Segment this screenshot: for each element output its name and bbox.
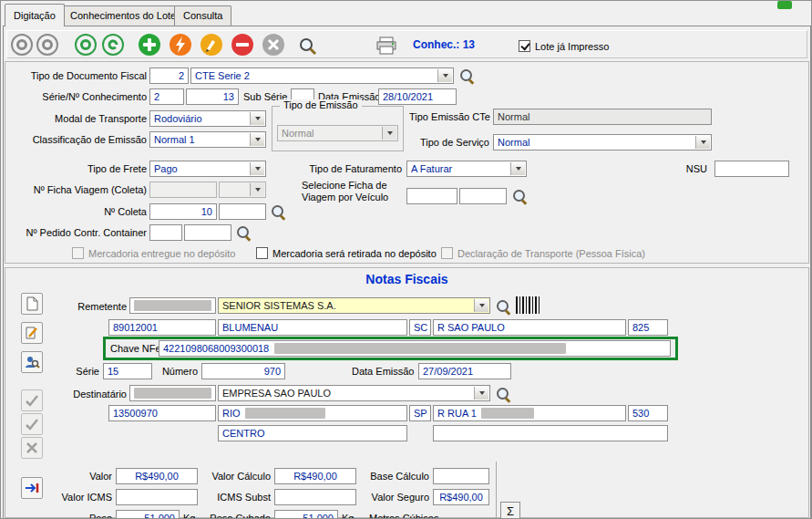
- tipo-emissao-combo: Normal: [277, 125, 398, 141]
- conhecimento-label: Série/Nº Conhecimento: [8, 89, 147, 104]
- nsu-label: NSU: [666, 161, 707, 176]
- destinatario-codigo-field[interactable]: [129, 385, 216, 401]
- tipo-documento-code-field[interactable]: 2: [149, 67, 189, 84]
- transfer-note-button[interactable]: [21, 477, 43, 499]
- tipo-frete-combo[interactable]: Pago: [149, 161, 266, 177]
- nav-refresh-icon[interactable]: [101, 33, 125, 57]
- confirm-all-button: [21, 413, 43, 435]
- valor-field[interactable]: R$490,00: [116, 468, 198, 484]
- tipo-emissao-cte-label: Tipo Emissão CTe: [409, 109, 489, 124]
- tab-digitacao[interactable]: Digitação: [5, 4, 65, 26]
- search-icon[interactable]: [459, 68, 475, 84]
- pedido-container-field-2[interactable]: [184, 224, 231, 241]
- conhecimento-numero-field[interactable]: 13: [186, 88, 239, 105]
- valor-icms-label: Valor ICMS: [54, 490, 112, 504]
- ficha-veiculo-field-2[interactable]: [459, 188, 507, 204]
- base-calculo-label: Base Cálculo: [369, 469, 429, 483]
- edit-button[interactable]: [200, 33, 223, 57]
- chevron-down-icon[interactable]: [250, 112, 264, 125]
- remetente-uf-field: SC: [409, 319, 431, 336]
- chevron-down-icon[interactable]: [510, 162, 525, 175]
- edit-note-button[interactable]: [21, 322, 43, 344]
- execute-button[interactable]: [169, 33, 192, 57]
- nav-next-icon[interactable]: [74, 33, 98, 57]
- nf-numero-field[interactable]: 970: [201, 363, 285, 379]
- valor-icms-field[interactable]: [116, 489, 198, 505]
- classificacao-value: Normal 1: [154, 134, 195, 145]
- search-icon[interactable]: [236, 225, 252, 241]
- remetente-combo[interactable]: SENIOR SISTEMAS S.A.: [218, 297, 490, 314]
- nf-serie-field[interactable]: 15: [103, 363, 152, 379]
- nf-data-label: Data Emissão: [352, 364, 414, 379]
- modal-combo[interactable]: Rodoviário: [149, 110, 266, 127]
- chevron-down-icon[interactable]: [437, 69, 452, 82]
- peso-cubado-unit-label: Kg: [342, 511, 354, 519]
- lote-impresso-checkbox[interactable]: [519, 40, 530, 52]
- taskbar-green-icon: [777, 1, 792, 9]
- cancel-note-button: [21, 437, 43, 459]
- new-note-button[interactable]: [21, 293, 43, 315]
- ficha-veiculo-label: Selecione Ficha de Viagem por Veículo: [302, 180, 400, 203]
- base-calculo-field[interactable]: [433, 468, 489, 484]
- chevron-down-icon[interactable]: [250, 133, 264, 146]
- remetente-numero-field: 825: [628, 319, 668, 336]
- nav-prior-icon[interactable]: [36, 33, 59, 57]
- peso-cubado-label: Peso Cubado: [207, 511, 271, 519]
- tipo-servico-value: Normal: [498, 137, 529, 148]
- search-person-button[interactable]: [21, 351, 43, 373]
- redacted-block: [134, 300, 211, 311]
- retirada-checkbox[interactable]: [256, 247, 268, 259]
- tipo-documento-combo[interactable]: CTE Serie 2: [190, 67, 454, 84]
- nsu-field[interactable]: [714, 161, 789, 177]
- search-icon[interactable]: [496, 299, 511, 315]
- cancel-button[interactable]: [262, 33, 285, 57]
- print-icon[interactable]: [375, 34, 398, 57]
- icms-subst-field[interactable]: [274, 489, 356, 505]
- destinatario-cidade-field: RIO: [218, 405, 407, 421]
- coleta-field[interactable]: 10: [149, 203, 217, 220]
- destinatario-combo[interactable]: EMPRESA SAO PAULO: [218, 385, 490, 401]
- entregue-checkbox: [72, 247, 84, 259]
- data-emissao-field[interactable]: 28/10/2021: [378, 88, 457, 105]
- search-icon[interactable]: [296, 35, 320, 58]
- tipo-emissao-cte-field: Normal: [493, 109, 712, 125]
- destinatario-cep-field: 13500970: [108, 405, 216, 421]
- remetente-codigo-field[interactable]: [129, 297, 216, 314]
- delete-button[interactable]: [231, 33, 254, 57]
- destinatario-endereco-field: R RUA 1: [433, 405, 626, 421]
- peso-cubado-field[interactable]: 51,000: [274, 510, 338, 519]
- nf-data-field[interactable]: 27/09/2021: [418, 363, 511, 379]
- pedido-container-field-1[interactable]: [149, 224, 182, 241]
- search-icon[interactable]: [512, 189, 528, 204]
- chevron-down-icon[interactable]: [695, 136, 710, 149]
- tipo-documento-value: CTE Serie 2: [195, 70, 250, 81]
- coleta-field-2[interactable]: [219, 203, 266, 220]
- chave-nfe-field[interactable]: 4221098068009300018: [159, 340, 671, 357]
- conhecimento-serie-field[interactable]: 2: [149, 88, 184, 105]
- ficha-veiculo-field-1[interactable]: [406, 188, 457, 204]
- nf-serie-label: Série: [56, 364, 99, 379]
- tab-conhecimentos-do-lote[interactable]: Conhecimentos do Lote: [61, 5, 185, 26]
- chevron-down-icon[interactable]: [474, 387, 488, 400]
- tipo-servico-label: Tipo de Serviço: [409, 135, 489, 150]
- tipo-faturamento-label: Tipo de Faturamento: [294, 161, 402, 176]
- tab-consulta[interactable]: Consulta: [174, 5, 231, 26]
- tipo-faturamento-value: A Faturar: [411, 163, 452, 174]
- peso-field[interactable]: 51,000: [116, 510, 180, 519]
- redacted-block: [134, 388, 211, 399]
- tipo-faturamento-combo[interactable]: A Faturar: [406, 161, 527, 177]
- classificacao-combo[interactable]: Normal 1: [149, 131, 266, 148]
- tipo-servico-combo[interactable]: Normal: [493, 134, 712, 151]
- search-icon[interactable]: [496, 387, 511, 402]
- barcode-icon[interactable]: [516, 296, 540, 314]
- chevron-down-icon: [382, 127, 396, 140]
- nav-first-icon[interactable]: [10, 33, 34, 57]
- add-button[interactable]: [138, 33, 161, 57]
- chevron-down-icon[interactable]: [474, 299, 488, 312]
- chevron-down-icon[interactable]: [250, 162, 264, 175]
- search-icon[interactable]: [271, 204, 286, 220]
- sum-button[interactable]: Σ: [500, 502, 520, 519]
- modal-label: Modal de Transporte: [8, 111, 147, 126]
- valor-seguro-field: R$490,00: [433, 489, 489, 505]
- pedido-container-label: Nº Pedido Contr. Container: [8, 225, 147, 240]
